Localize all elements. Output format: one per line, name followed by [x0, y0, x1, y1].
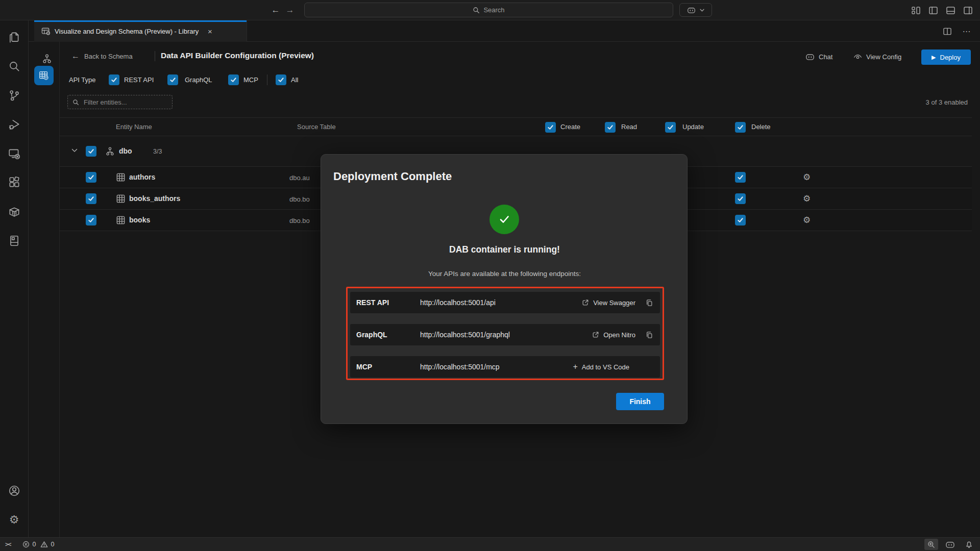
endpoints-panel: REST API http://localhost:5001/api View … — [346, 287, 664, 380]
row-checkbox[interactable] — [86, 172, 96, 183]
customize-layout-button[interactable] — [910, 4, 922, 16]
chevron-down-icon[interactable] — [71, 148, 78, 153]
notifications-button[interactable] — [962, 539, 976, 550]
api-builder-view-button[interactable] — [34, 66, 54, 85]
error-count: 0 — [32, 541, 36, 548]
column-delete: Delete — [751, 123, 771, 131]
plus-icon: + — [573, 363, 577, 371]
delete-checkbox[interactable] — [735, 172, 746, 183]
deployment-complete-dialog: Deployment Complete DAB container is run… — [321, 154, 688, 424]
editor-tab-bar: Visualize and Design Schema (Preview) - … — [29, 20, 980, 42]
checkbox-read-all[interactable] — [605, 122, 616, 133]
toggle-panel-button[interactable] — [944, 4, 957, 16]
source-table: dbo.bo — [289, 217, 310, 224]
account-button[interactable] — [2, 479, 27, 503]
row-checkbox[interactable] — [86, 215, 96, 226]
add-to-vscode-link[interactable]: + Add to VS Code — [573, 363, 629, 371]
source-table: dbo.au — [289, 174, 310, 182]
sidebar-item-source-control[interactable] — [2, 83, 27, 108]
copy-button[interactable] — [646, 331, 653, 339]
external-link-icon — [592, 331, 599, 338]
sidebar-item-containers[interactable] — [2, 199, 27, 224]
deploy-label: Deploy — [940, 54, 961, 61]
checkbox-mcp[interactable] — [228, 74, 239, 85]
row-settings-button[interactable]: ⚙ — [803, 194, 811, 203]
bell-icon — [965, 540, 973, 548]
checkbox-rest-api[interactable] — [109, 74, 119, 85]
checkbox-create-all[interactable] — [545, 122, 556, 133]
action-label: Open Nitro — [603, 331, 635, 339]
search-label: Search — [483, 6, 504, 14]
problems-status[interactable]: 0 0 — [22, 541, 54, 548]
sidebar-item-remote-explorer[interactable] — [2, 141, 27, 166]
mcp-option-label: MCP — [243, 76, 258, 84]
checkbox-update-all[interactable] — [665, 122, 676, 133]
sidebar-item-extensions[interactable] — [2, 170, 27, 195]
error-icon — [22, 541, 30, 548]
toggle-primary-sidebar-button[interactable] — [927, 4, 939, 16]
extensions-icon — [8, 176, 21, 189]
arrow-left-icon: ← — [71, 52, 80, 61]
deploy-button[interactable]: ▶ Deploy — [921, 49, 971, 65]
nav-forward-button[interactable]: → — [284, 4, 296, 16]
copilot-chat-button[interactable] — [679, 3, 712, 17]
back-to-schema-link[interactable]: ← Back to Schema — [71, 49, 133, 63]
rest-api-option-label: REST API — [124, 76, 154, 84]
back-to-schema-label: Back to Schema — [84, 53, 133, 60]
sidebar-item-run-debug[interactable] — [2, 112, 27, 137]
api-type-label: API Type — [69, 76, 96, 84]
finish-label: Finish — [629, 397, 650, 406]
split-editor-button[interactable] — [941, 25, 953, 37]
checkbox-all[interactable] — [276, 74, 286, 85]
endpoints-subtitle: Your APIs are available at the following… — [321, 270, 688, 278]
sidebar-item-explorer[interactable] — [2, 25, 27, 49]
filter-entities-input[interactable] — [83, 98, 161, 107]
schema-view-button[interactable] — [37, 51, 57, 67]
tab-close-button[interactable]: × — [205, 26, 215, 36]
endpoint-url: http://localhost:5001/graphql — [420, 331, 592, 339]
checkbox-graphql[interactable] — [167, 74, 178, 85]
row-checkbox[interactable] — [86, 193, 96, 204]
editor-tab[interactable]: Visualize and Design Schema (Preview) - … — [34, 20, 247, 42]
schema-icon — [105, 146, 115, 157]
sidebar-item-search[interactable] — [2, 54, 27, 79]
column-source-table: Source Table — [297, 123, 336, 131]
toggle-secondary-sidebar-button[interactable] — [962, 4, 974, 16]
delete-checkbox[interactable] — [735, 215, 746, 226]
chat-button[interactable]: Chat — [805, 50, 832, 63]
delete-checkbox[interactable] — [735, 193, 746, 204]
view-config-button[interactable]: View Config — [853, 50, 901, 63]
settings-button[interactable]: ⚙ — [2, 508, 27, 532]
editor-more-actions-button[interactable]: ⋯ — [961, 25, 973, 37]
copy-button[interactable] — [646, 299, 653, 307]
endpoint-label: REST API — [356, 298, 420, 307]
source-table: dbo.bo — [289, 195, 310, 203]
group-count: 3/3 — [153, 148, 162, 155]
row-settings-button[interactable]: ⚙ — [803, 216, 811, 224]
remote-indicator[interactable]: >< — [5, 541, 10, 548]
command-center-search[interactable]: Search — [304, 3, 673, 17]
endpoint-url: http://localhost:5001/mcp — [420, 363, 573, 371]
chat-label: Chat — [819, 53, 832, 61]
status-bar: >< 0 0 — [0, 537, 980, 551]
group-checkbox[interactable] — [86, 146, 96, 157]
zoom-status-button[interactable] — [924, 539, 938, 550]
endpoint-row-rest: REST API http://localhost:5001/api View … — [350, 292, 660, 313]
copilot-icon — [687, 7, 696, 14]
table-header: Entity Name Source Table Create Read Upd… — [60, 117, 972, 136]
activity-bar: ⚙ — [0, 20, 29, 537]
enabled-count: 3 of 3 enabled — [926, 98, 968, 106]
finish-button[interactable]: Finish — [616, 393, 664, 410]
checkbox-delete-all[interactable] — [735, 122, 746, 133]
row-settings-button[interactable]: ⚙ — [803, 173, 811, 182]
view-swagger-link[interactable]: View Swagger — [582, 299, 635, 307]
nav-back-button[interactable]: ← — [270, 4, 282, 16]
header-divider — [155, 51, 155, 61]
sidebar-item-database[interactable] — [2, 229, 27, 253]
endpoint-row-graphql: GraphQL http://localhost:5001/graphql Op… — [350, 324, 660, 345]
open-nitro-link[interactable]: Open Nitro — [592, 331, 635, 339]
endpoint-label: MCP — [356, 363, 420, 371]
copilot-status-button[interactable] — [942, 539, 958, 550]
files-icon — [8, 31, 21, 44]
dialog-title: Deployment Complete — [333, 170, 452, 183]
